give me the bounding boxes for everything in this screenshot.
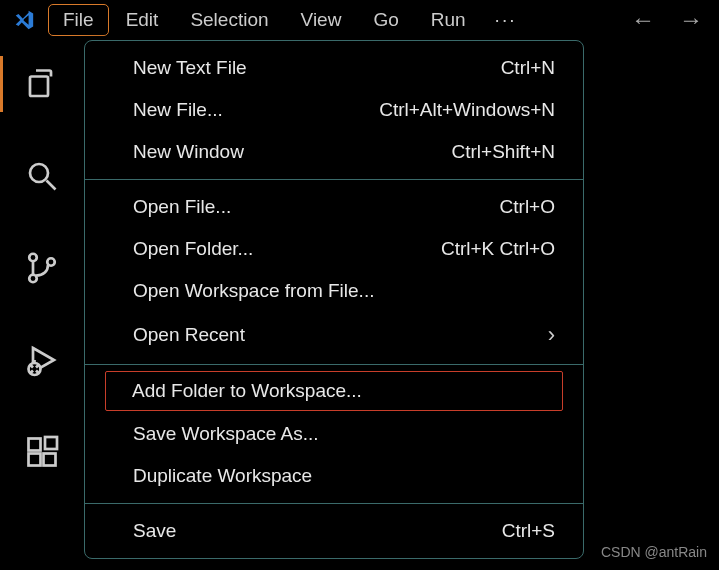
- menu-item-duplicate-workspace[interactable]: Duplicate Workspace: [85, 455, 583, 497]
- menu-item-new-file[interactable]: New File... Ctrl+Alt+Windows+N: [85, 89, 583, 131]
- menu-item-label: Duplicate Workspace: [133, 465, 312, 487]
- svg-rect-8: [45, 437, 57, 449]
- menu-item-shortcut: Ctrl+Shift+N: [452, 141, 555, 163]
- nav-back-icon[interactable]: ←: [631, 6, 655, 34]
- svg-point-2: [29, 275, 37, 283]
- svg-rect-5: [29, 439, 41, 451]
- file-menu-dropdown: New Text File Ctrl+N New File... Ctrl+Al…: [84, 40, 584, 559]
- menu-separator: [85, 503, 583, 504]
- menu-separator: [85, 179, 583, 180]
- chevron-right-icon: ›: [548, 322, 555, 348]
- menu-selection[interactable]: Selection: [175, 4, 283, 36]
- menu-item-shortcut: Ctrl+K Ctrl+O: [441, 238, 555, 260]
- svg-rect-6: [29, 454, 41, 466]
- vscode-logo-icon: [8, 4, 40, 36]
- menu-item-open-recent[interactable]: Open Recent ›: [85, 312, 583, 358]
- menu-overflow-icon[interactable]: ···: [483, 5, 529, 35]
- menu-separator: [85, 364, 583, 365]
- title-bar: File Edit Selection View Go Run ··· ← →: [0, 0, 719, 40]
- menu-item-shortcut: Ctrl+Alt+Windows+N: [379, 99, 555, 121]
- menu-run[interactable]: Run: [416, 4, 481, 36]
- menu-item-shortcut: Ctrl+S: [502, 520, 555, 542]
- menu-item-label: Open Workspace from File...: [133, 280, 374, 302]
- menu-item-new-text-file[interactable]: New Text File Ctrl+N: [85, 47, 583, 89]
- menu-item-label: New File...: [133, 99, 223, 121]
- explorer-icon[interactable]: [18, 60, 66, 108]
- menu-item-shortcut: Ctrl+O: [500, 196, 555, 218]
- menu-go[interactable]: Go: [358, 4, 413, 36]
- menu-item-label: New Text File: [133, 57, 247, 79]
- svg-point-3: [47, 258, 55, 266]
- menu-item-label: Open File...: [133, 196, 231, 218]
- menu-item-save[interactable]: Save Ctrl+S: [85, 510, 583, 552]
- svg-point-0: [30, 164, 48, 182]
- menu-item-shortcut: Ctrl+N: [501, 57, 555, 79]
- svg-rect-7: [44, 454, 56, 466]
- activity-bar: [0, 40, 84, 570]
- menu-item-save-workspace-as[interactable]: Save Workspace As...: [85, 413, 583, 455]
- svg-point-1: [29, 254, 37, 262]
- search-icon[interactable]: [18, 152, 66, 200]
- menu-item-open-file[interactable]: Open File... Ctrl+O: [85, 186, 583, 228]
- menu-item-label: Save: [133, 520, 176, 542]
- menu-item-open-folder[interactable]: Open Folder... Ctrl+K Ctrl+O: [85, 228, 583, 270]
- menu-item-label: New Window: [133, 141, 244, 163]
- watermark: CSDN @antRain: [601, 544, 707, 560]
- menu-item-open-workspace[interactable]: Open Workspace from File...: [85, 270, 583, 312]
- source-control-icon[interactable]: [18, 244, 66, 292]
- menu-file[interactable]: File: [48, 4, 109, 36]
- menu-item-label: Add Folder to Workspace...: [132, 380, 362, 402]
- menu-item-label: Open Recent: [133, 324, 245, 346]
- menu-edit[interactable]: Edit: [111, 4, 174, 36]
- menu-item-add-folder-workspace[interactable]: Add Folder to Workspace...: [105, 371, 563, 411]
- extensions-icon[interactable]: [18, 428, 66, 476]
- menu-item-label: Save Workspace As...: [133, 423, 319, 445]
- nav-forward-icon[interactable]: →: [679, 6, 703, 34]
- menu-view[interactable]: View: [286, 4, 357, 36]
- menu-item-new-window[interactable]: New Window Ctrl+Shift+N: [85, 131, 583, 173]
- menu-item-label: Open Folder...: [133, 238, 253, 260]
- run-debug-icon[interactable]: [18, 336, 66, 384]
